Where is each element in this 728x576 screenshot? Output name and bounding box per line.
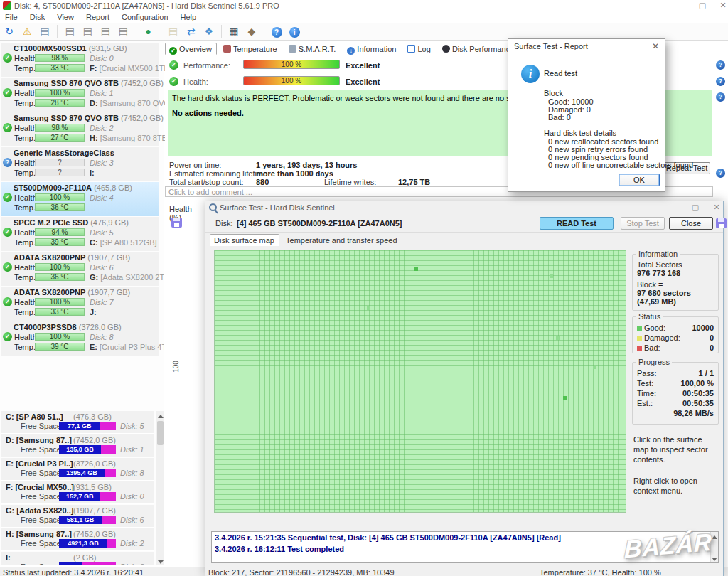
partition-row-g[interactable]: G: [Adata SX820..](1907,7 GB) Free Space… [1,505,154,528]
disk-panel-7[interactable]: ADATA SX8200PNP (1907,7 GB) ✓Health:100 … [1,287,159,321]
partition-row-c[interactable]: C: [SP A80 51..](476,3 GB) Free Space77,… [1,411,154,434]
tab-smart[interactable]: S.M.A.R.T. [284,43,341,55]
surface-map-block-dot[interactable] [556,336,560,340]
save-test-icon[interactable] [716,218,727,228]
surface-map-block-dot[interactable] [367,306,370,310]
disk-panel-1[interactable]: Samsung SSD 870 QVO 8TB (7452,0 GB) ✓Hea… [1,78,159,112]
partition-row-e[interactable]: E: [Crucial P3 Pl..](3726,0 GB) Free Spa… [1,458,154,481]
health-axis-tick: 100 [172,361,180,373]
menubar: File Disk View Report Configuration Help [0,11,728,23]
surface-test-report-dialog: Surface Test - Report ✕ i Read test Bloc… [508,38,665,192]
save-graph-icon[interactable] [171,218,182,228]
good-square-icon [637,326,642,331]
health-graph-strip: Health (%) 100 [164,198,204,565]
close-test-button[interactable]: Close [669,217,713,230]
menu-configuration[interactable]: Configuration [117,11,173,23]
surface-map-block-dot[interactable] [593,366,596,369]
disk-size: (931,5 GB) [89,44,127,53]
toolbar-separator [57,25,58,38]
menu-help[interactable]: Help [176,11,202,23]
disk-panel-3[interactable]: Generic MassStorageClass ?Health:?Disk: … [1,147,159,181]
stop-test-button[interactable]: Stop Test [621,217,665,230]
disk-size: (7452,0 GB) [121,114,164,122]
tab-log[interactable]: Log [403,43,435,55]
disk-search-icon[interactable]: ▤ [115,24,131,38]
disk-name: Generic MassStorageClass [14,149,114,157]
surface-map-block-dot[interactable] [414,267,418,271]
tab-disk-surface-map[interactable]: Disk surface map [210,234,279,246]
total-sectors-label: Total Sectors [637,260,714,269]
globe-icon[interactable]: ● [141,24,156,38]
surface-test-window: Surface Test - Hard Disk Sentinel – ▢ ✕ … [205,201,724,576]
free-space-bar: 77,1 GB [59,422,116,430]
menu-disk[interactable]: Disk [25,11,50,23]
minimize-button[interactable]: – [669,203,679,212]
performance-gauge-icon [442,45,450,53]
menu-file[interactable]: File [0,11,23,23]
disk-tray-icon[interactable]: ▤ [37,24,53,38]
tab-overview[interactable]: ✓Overview [165,43,217,55]
damaged-count: 0 [710,333,714,343]
report-detail: 0 new off-line uncorrectable sectors fou… [548,161,693,169]
info-icon[interactable]: i [287,24,302,38]
toolbar-separator [136,25,136,38]
minimize-button[interactable]: – [674,1,684,10]
disk-panel-8[interactable]: CT4000P3PSSD8 (3726,0 GB) ✓Health:100 %D… [1,321,159,356]
dialog-title: Surface Test - Report [514,42,588,50]
surface-map-block-dot[interactable] [563,396,567,400]
help-icon[interactable]: ? [716,77,725,86]
help-icon[interactable]: ? [269,24,284,38]
temp-bar: 33 °C [35,64,85,72]
partition-row-f[interactable]: F: [Crucial MX50..](931,5 GB) Free Space… [1,481,154,504]
disk-panel-2[interactable]: Samsung SSD 870 QVO 8TB (7452,0 GB) ✓Hea… [1,112,159,146]
health-ok-icon: ✓ [3,88,12,97]
help-icon[interactable]: ? [716,60,725,70]
health-bar: 100 % [35,89,85,97]
partition-row-h[interactable]: H: [Samsung 87..](7452,0 GB) Free Space4… [1,528,154,551]
close-button[interactable]: ✕ [712,203,722,212]
menu-report[interactable]: Report [81,11,114,23]
menu-view[interactable]: View [52,11,79,23]
partition-row-d[interactable]: D: [Samsung 87..](7452,0 GB) Free Space1… [1,434,154,457]
disk-panel-6[interactable]: ADATA SX8200PNP (1907,7 GB) ✓Health:100 … [1,252,159,286]
scroll-thumb[interactable] [157,421,164,445]
disk-panel-0[interactable]: CT1000MX500SSD1 (931,5 GB) ✓Health:98 %D… [1,43,159,77]
tab-information[interactable]: ↓Information [343,43,401,55]
disk-ok-icon[interactable]: ▤ [97,24,113,38]
partition-row-i[interactable]: I:(? GB) Free Space0 GBDisk: 3 [1,552,154,565]
monitor-edit-icon[interactable]: ▦ [226,24,242,38]
tab-temperature-transfer[interactable]: Temperature and transfer speed [282,234,402,246]
dialog-close-icon[interactable]: ✕ [652,41,659,51]
surface-status-bar: Block: 217, Sector: 21196560 - 21294239,… [205,567,723,576]
speaker-icon[interactable]: ◆ [244,24,259,38]
sync-arrows-icon[interactable]: ⇄ [183,24,199,38]
help-icon[interactable]: ? [716,169,725,178]
disk-panel-4-selected[interactable]: ST500DM009-2F110A (465,8 GB) ✓Health:100… [1,182,159,216]
tab-temperature[interactable]: Temperature [219,43,282,55]
disk-schedule-icon[interactable]: ▤ [80,24,95,38]
disk-name: CT4000P3PSSD8 [14,323,77,331]
disk-name: ST500DM009-2F110A [14,183,92,192]
help-icon[interactable]: ? [716,92,725,102]
maximize-button[interactable]: ▢ [697,1,707,10]
disk-size: (465,8 GB) [94,183,132,192]
disk-surface-map[interactable] [214,250,626,513]
close-button[interactable]: ✕ [718,1,728,10]
disk-icon[interactable]: ▤ [62,24,77,38]
pass-value: 1 / 1 [699,368,714,378]
toolbar-separator [264,25,264,38]
network-computers-icon[interactable]: ❖ [201,24,217,38]
surface-map-block-dot[interactable] [550,274,553,278]
writes-value: 12,75 TB [398,178,430,186]
alert-warning-icon[interactable]: ⚠ [19,24,35,38]
est-value: 00:50:35 [682,398,714,408]
ok-button[interactable]: OK [619,174,660,186]
read-test-button[interactable]: READ Test [540,217,614,230]
refresh-icon[interactable]: ↻ [1,24,17,38]
maximize-button[interactable]: ▢ [690,203,700,212]
temp-bar: ? [35,169,85,176]
drive-info: [Crucial MX500 1TB] [99,64,171,73]
scroll-down-arrow[interactable] [711,554,718,562]
disk-panel-5[interactable]: SPCC M.2 PCIe SSD (476,9 GB) ✓Health:94 … [1,217,159,251]
report-clipboard-icon[interactable]: ▤ [166,24,181,38]
